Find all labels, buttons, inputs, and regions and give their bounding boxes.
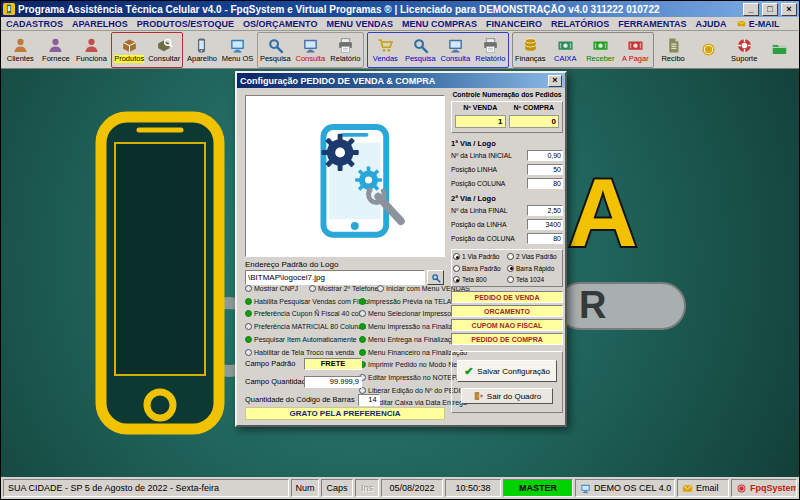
option-habilitar-de-tela-troco-na-venda[interactable]: Habilitar de Tela Troco na venda [245, 349, 354, 356]
monitor-icon [229, 37, 246, 54]
option-editar-impressao-no-notepad[interactable]: Editar Impressão no NOTEPAD [359, 374, 466, 381]
toolbar-button-fornece[interactable]: Fornece [39, 33, 74, 67]
option-impressao-previa-na-tela[interactable]: Impressão Prévia na TELA [359, 298, 452, 305]
email-status-cell[interactable]: Email [677, 479, 729, 497]
toolbar-button-relatorio[interactable]: Relatório [473, 33, 508, 67]
numbering-title: Controle Numeração dos Pedidos [451, 91, 563, 98]
doc-icon [665, 37, 682, 54]
option-preferencia-matricial-80-colunas[interactable]: Preferência MATRICIAL 80 Colunas [245, 323, 366, 330]
toolbar-button-a-pagar[interactable]: A Pagar [618, 33, 653, 67]
toolbar-button-caixa[interactable]: CAIXA [548, 33, 583, 67]
option-mostrar-2-telefone[interactable]: Mostrar 2º Telefone [309, 285, 378, 292]
option-label: Menu Entrega na Finalização [368, 336, 459, 343]
toolbar-button-relatorio[interactable]: Relatório [328, 33, 363, 67]
menu-item-ferramentas[interactable]: FERRAMENTAS [618, 19, 686, 29]
via-row: Posição LINHA [451, 162, 563, 176]
field-input-posicao-da-coluna[interactable] [527, 233, 563, 244]
field-input-posicao-da-linha[interactable] [527, 219, 563, 230]
save-config-button[interactable]: ✔ Salvar Configuração [457, 360, 557, 382]
menu-item-financeiro[interactable]: FINANCEIRO [486, 19, 542, 29]
logo-path-input[interactable] [245, 270, 425, 285]
field-label: Posição LINHA [451, 166, 497, 173]
person-icon [47, 37, 64, 54]
toolbar-button-financas[interactable]: Finanças [513, 33, 548, 67]
option-indicator [377, 285, 384, 292]
printer-icon [482, 37, 499, 54]
toolbar-button-consultar[interactable]: Consultar [147, 33, 182, 67]
doc-type-cupom-nao-fiscal[interactable]: CUPOM NAO FISCAL [451, 319, 563, 331]
menu-item-cadastros[interactable]: CADASTROS [6, 19, 63, 29]
toolbar-button-label: Pesquisa [405, 55, 436, 63]
toolbar-button-folder-icon[interactable] [763, 33, 798, 67]
close-button[interactable]: × [781, 3, 797, 16]
field-input-posicao-linha[interactable] [527, 164, 563, 175]
campo-padrao-input[interactable] [304, 358, 362, 370]
toolbar-button-consulta[interactable]: Consulta [438, 33, 473, 67]
config-dialog: Configuração PEDIDO DE VENDA & COMPRA × [235, 71, 567, 427]
option-habilita-pesquisar-vendas-com-filtro[interactable]: Habilita Pesquisar Vendas com Filtro [245, 298, 368, 305]
radio-barra-padrao[interactable]: Barra Padrão [453, 265, 507, 272]
exit-dialog-button[interactable]: Sair do Quadro [461, 388, 553, 404]
menu-item-aparelhos[interactable]: APARELHOS [72, 19, 128, 29]
toolbar-button-suporte[interactable]: Suporte [727, 33, 762, 67]
radio-1-via-padrao[interactable]: 1 Via Padrão [453, 253, 507, 260]
toolbar-button-vendas[interactable]: Vendas [368, 33, 403, 67]
menu-item-menu-compras[interactable]: MENU COMPRAS [402, 19, 477, 29]
toolbar-button-clientes[interactable]: Clientes [3, 33, 38, 67]
field-input-posicao-coluna[interactable] [527, 178, 563, 189]
compra-number-input[interactable] [509, 115, 560, 128]
field-input-n-da-linha-final[interactable] [527, 205, 563, 216]
toolbar-button-consulta[interactable]: Consulta [293, 33, 328, 67]
campo-padrao-label: Campo Padrão [245, 359, 301, 368]
option-menu-entrega-na-finalizacao[interactable]: Menu Entrega na Finalização [359, 336, 459, 343]
menu-item-menu-vendas[interactable]: MENU VENDAS [326, 19, 393, 29]
option-mostrar-cnpj[interactable]: Mostrar CNPJ [245, 285, 298, 292]
toolbar-button-receber[interactable]: Receber [583, 33, 618, 67]
toolbar-button-coin-icon[interactable] [691, 33, 726, 67]
coin-icon [736, 483, 747, 494]
doc-type-orcamento[interactable]: ORCAMENTO [451, 305, 563, 317]
radio-indicator [507, 253, 514, 260]
cart-icon [377, 37, 394, 54]
doc-type-pedido-de-venda[interactable]: PEDIDO DE VENDA [451, 291, 563, 303]
venda-number-input[interactable] [455, 115, 506, 128]
menu-item-produtos-estoque[interactable]: PRODUTOS/ESTOQUE [137, 19, 234, 29]
monitor-icon [580, 483, 591, 494]
minimize-button[interactable]: _ [743, 3, 759, 16]
toolbar-button-pesquisa[interactable]: Pesquisa [258, 33, 293, 67]
toolbar-button-pesquisa[interactable]: Pesquisa [403, 33, 438, 67]
maximize-button[interactable]: □ [762, 3, 778, 16]
menu-item-os-orcamento[interactable]: OS/ORÇAMENTO [243, 19, 317, 29]
toolbar-button-menu-os[interactable]: Menu OS [220, 33, 255, 67]
campo-quantidade-input[interactable] [304, 376, 362, 388]
option-indicator [245, 349, 252, 356]
menu-item-label: MENU VENDAS [326, 19, 393, 29]
option-preferencia-cupon-n-fiscal-40-col[interactable]: Preferência Cupon Ñ Fiscal 40 col [245, 310, 360, 317]
option-label: Menu Selecionar Impressora [368, 310, 458, 317]
menu-item-relatorios[interactable]: RELATÓRIOS [551, 19, 609, 29]
toolbar-button-label: Relatório [330, 55, 360, 63]
person-icon [12, 37, 29, 54]
menu-item-ajuda[interactable]: AJUDA [696, 19, 727, 29]
radio-tela-800[interactable]: Tela 800 [453, 276, 507, 283]
toolbar-button-produtos[interactable]: Produtos [112, 33, 147, 67]
door-icon [473, 391, 483, 401]
option-menu-selecionar-impressora[interactable]: Menu Selecionar Impressora [359, 310, 458, 317]
option-pesquisar-item-automaticamente[interactable]: Pesquisar Item Automaticamente [245, 336, 357, 343]
doc-type-pedido-de-compra[interactable]: PEDIDO DE COMPRA [451, 333, 563, 345]
browse-logo-button[interactable] [427, 270, 444, 285]
option-label: Mostrar 2º Telefone [318, 285, 378, 292]
save-config-label: Salvar Configuração [477, 367, 549, 376]
barcode-length-input[interactable] [358, 394, 380, 406]
brand-cell[interactable]: FpqSystem [731, 479, 797, 497]
toolbar-button-funciona[interactable]: Funciona [74, 33, 109, 67]
radio-barra-rapido[interactable]: Barra Rápido [507, 265, 561, 272]
radio-tela-1024[interactable]: Tela 1024 [507, 276, 561, 283]
toolbar-button-aparelho[interactable]: Aparelho [185, 33, 220, 67]
radio-2-vias-padrao[interactable]: 2 Vias Padrão [507, 253, 561, 260]
toolbar-button-recibo[interactable]: Recibo [656, 33, 691, 67]
dialog-close-button[interactable]: × [548, 75, 562, 87]
dialog-title-bar[interactable]: Configuração PEDIDO DE VENDA & COMPRA × [237, 73, 565, 88]
field-input-n-da-linha-inicial[interactable] [527, 150, 563, 161]
menu-item-e-mail[interactable]: E-MAIL [736, 19, 780, 29]
